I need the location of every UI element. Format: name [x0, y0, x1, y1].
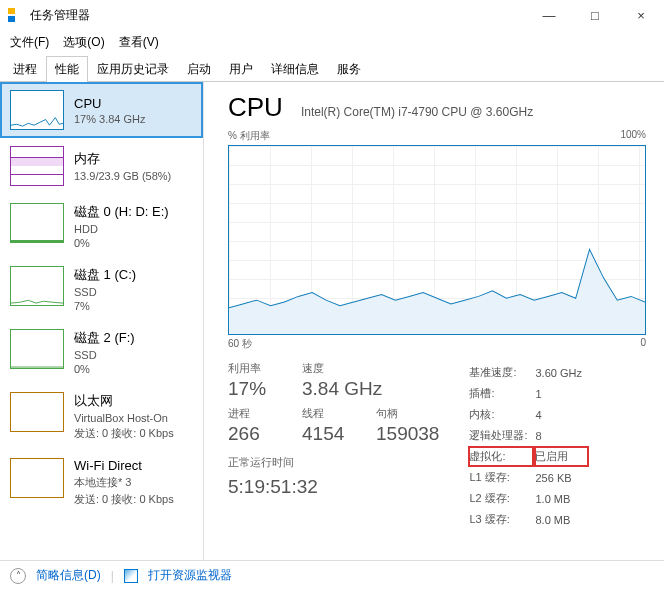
tab-6[interactable]: 服务 [328, 56, 370, 82]
chart-ylabel: % 利用率 [228, 129, 270, 143]
sidebar-item-5[interactable]: 以太网VirtualBox Host-On发送: 0 接收: 0 Kbps [0, 384, 203, 450]
menu-options[interactable]: 选项(O) [63, 34, 104, 51]
tab-3[interactable]: 启动 [178, 56, 220, 82]
minimize-button[interactable]: — [526, 0, 572, 30]
chart-ymax: 100% [620, 129, 646, 143]
tab-0[interactable]: 进程 [4, 56, 46, 82]
sidebar-item-3[interactable]: 磁盘 1 (C:)SSD7% [0, 258, 203, 321]
sidebar-item-6[interactable]: Wi-Fi Direct本地连接* 3发送: 0 接收: 0 Kbps [0, 450, 203, 516]
maximize-button[interactable]: □ [572, 0, 618, 30]
chart-xleft: 60 秒 [228, 337, 252, 351]
page-title: CPU [228, 92, 283, 123]
tab-4[interactable]: 用户 [220, 56, 262, 82]
fewer-details-link[interactable]: 简略信息(D) [36, 567, 101, 584]
uptime-value: 5:19:51:32 [228, 476, 439, 498]
sidebar-item-1[interactable]: 内存13.9/23.9 GB (58%) [0, 138, 203, 195]
chart-xright: 0 [640, 337, 646, 351]
sidebar-item-4[interactable]: 磁盘 2 (F:)SSD0% [0, 321, 203, 384]
chevron-up-icon[interactable]: ˄ [10, 568, 26, 584]
cpu-model: Intel(R) Core(TM) i7-4790 CPU @ 3.60GHz [301, 105, 533, 119]
close-button[interactable]: × [618, 0, 664, 30]
sidebar-item-2[interactable]: 磁盘 0 (H: D: E:)HDD0% [0, 195, 203, 258]
tab-5[interactable]: 详细信息 [262, 56, 328, 82]
tab-2[interactable]: 应用历史记录 [88, 56, 178, 82]
resource-monitor-icon [124, 569, 138, 583]
open-resource-monitor-link[interactable]: 打开资源监视器 [148, 567, 232, 584]
menu-view[interactable]: 查看(V) [119, 34, 159, 51]
cpu-utilization-chart [228, 145, 646, 335]
sidebar-item-0[interactable]: CPU17% 3.84 GHz [0, 82, 203, 138]
tab-1[interactable]: 性能 [46, 56, 88, 82]
uptime-label: 正常运行时间 [228, 455, 439, 470]
app-icon [8, 7, 24, 23]
window-title: 任务管理器 [30, 7, 526, 24]
menu-file[interactable]: 文件(F) [10, 34, 49, 51]
